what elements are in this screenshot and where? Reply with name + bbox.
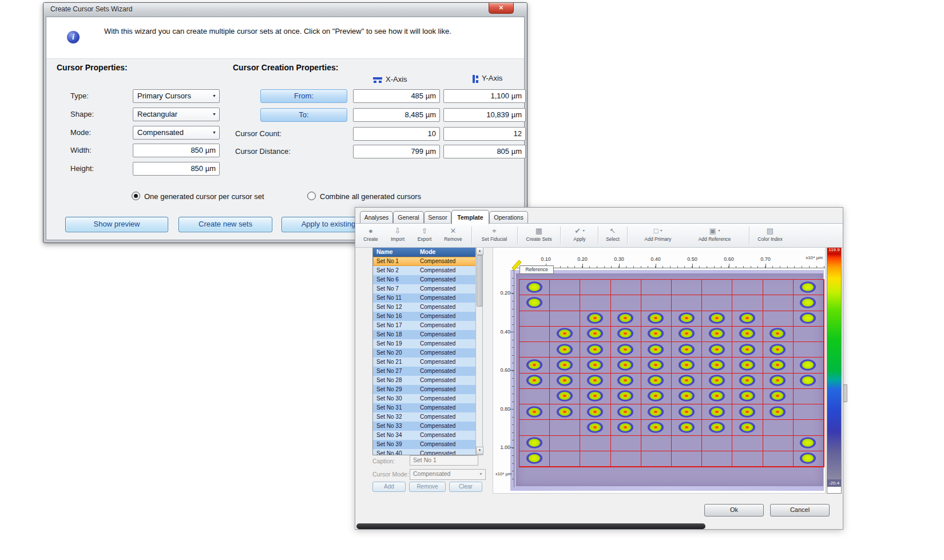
tab-template[interactable]: Template xyxy=(451,210,489,224)
add-button[interactable]: Add xyxy=(372,482,406,492)
y-tick-label: 1.00 xyxy=(494,444,510,450)
tab-operations[interactable]: Operations xyxy=(489,211,528,224)
toolbar-add-primary-button[interactable]: □ ▾Add Primary xyxy=(640,225,676,242)
scrollbar-thumb[interactable] xyxy=(477,255,483,307)
x-minor-tick xyxy=(736,266,736,268)
cursor-dot xyxy=(738,327,756,340)
cancel-button[interactable]: Cancel xyxy=(770,504,830,517)
column-header-mode[interactable]: Mode xyxy=(417,247,473,257)
toolbar-set-fiducial-button[interactable]: ⌖Set Fiducial xyxy=(477,225,511,242)
table-row[interactable]: Set No 12Compensated xyxy=(373,303,476,312)
from-button[interactable]: From: xyxy=(260,89,347,103)
table-row[interactable]: Set No 7Compensated xyxy=(373,284,476,293)
cursor-distance-x-input[interactable]: 799 µm xyxy=(353,145,440,158)
table-row[interactable]: Set No 34Compensated xyxy=(373,431,476,440)
table-row[interactable]: Set No 20Compensated xyxy=(373,348,476,358)
caption-input[interactable]: Set No 1 xyxy=(410,455,478,466)
table-row[interactable]: Set No 27Compensated xyxy=(373,367,476,376)
toolbar-import-button[interactable]: ⇩Import xyxy=(385,225,410,242)
toolbar-apply-button[interactable]: ✔ ▾Apply xyxy=(566,225,593,242)
to-button[interactable]: To: xyxy=(260,108,347,122)
column-header-name[interactable]: Name xyxy=(373,247,417,257)
field-value: 485 µm xyxy=(411,90,436,102)
table-row[interactable]: Set No 2Compensated xyxy=(373,266,476,275)
table-row[interactable]: Set No 39Compensated xyxy=(373,440,476,449)
radio-one-generated-cursor-per-cursor-set[interactable]: One generated cursor per cursor set xyxy=(132,192,264,201)
toolbar-create-sets-button[interactable]: ▦Create Sets xyxy=(522,225,556,242)
height-input[interactable]: 850 µm xyxy=(133,162,220,176)
cursor-dot xyxy=(556,327,574,340)
toolbar-create-button[interactable]: ●Create xyxy=(358,225,383,242)
cursor-dot xyxy=(738,421,756,434)
cursor-dot xyxy=(677,343,696,356)
toolbar-label: Apply xyxy=(566,236,593,242)
y-minor-tick xyxy=(512,479,514,479)
close-button[interactable]: ✕ xyxy=(489,3,514,14)
ok-button[interactable]: Ok xyxy=(704,504,764,517)
set-name-cell: Set No 27 xyxy=(373,367,417,376)
radio-combine-all-generated-cursors[interactable]: Combine all generated cursors xyxy=(307,192,421,201)
color-index-icon: ▤ xyxy=(753,225,787,236)
tab-analyses[interactable]: Analyses xyxy=(360,211,393,224)
toolbar-color-index-button[interactable]: ▤Color Index xyxy=(753,225,787,242)
table-row[interactable]: Set No 18Compensated xyxy=(373,330,476,339)
table-row[interactable]: Set No 29Compensated xyxy=(373,385,476,394)
set-table-scrollbar[interactable]: ▲ ▼ xyxy=(475,247,483,455)
create-new-sets-button[interactable]: Create new sets xyxy=(179,217,272,232)
toolbar-export-button[interactable]: ⇧Export xyxy=(412,225,437,242)
table-row[interactable]: Set No 40Compensated xyxy=(373,449,476,455)
mode-dropdown[interactable]: Compensated▼ xyxy=(133,126,220,140)
table-row[interactable]: Set No 17Compensated xyxy=(373,321,476,330)
table-row[interactable]: Set No 21Compensated xyxy=(373,358,476,367)
cursor-dot xyxy=(616,343,634,356)
set-mode-cell: Compensated xyxy=(417,376,473,385)
toolbar-select-button[interactable]: ↖Select xyxy=(601,225,624,242)
toolbar-add-reference-button[interactable]: ▣ ▾Add Reference xyxy=(694,225,735,242)
from-x-input[interactable]: 485 µm xyxy=(353,89,440,103)
table-row[interactable]: Set No 1Compensated xyxy=(373,257,476,266)
export-icon: ⇧ xyxy=(412,225,437,236)
toolbar-remove-button[interactable]: ✕Remove xyxy=(439,225,467,242)
wizard-titlebar[interactable]: Create Cursor Sets Wizard ✕ xyxy=(43,3,527,17)
tab-sensor[interactable]: Sensor xyxy=(424,211,451,224)
set-mode-cell: Compensated xyxy=(417,385,473,394)
table-row[interactable]: Set No 16Compensated xyxy=(373,312,476,321)
table-row[interactable]: Set No 30Compensated xyxy=(373,394,476,403)
table-row[interactable]: Set No 6Compensated xyxy=(373,275,476,284)
cursor-mode-select[interactable]: Compensated ▼ xyxy=(410,469,486,480)
to-x-input[interactable]: 8,485 µm xyxy=(353,108,440,122)
table-row[interactable]: Set No 28Compensated xyxy=(373,376,476,385)
cursor-dot xyxy=(556,374,574,387)
show-preview-button[interactable]: Show preview xyxy=(65,217,168,232)
chevron-down-icon: ▼ xyxy=(479,470,483,478)
type-dropdown[interactable]: Primary Cursors▼ xyxy=(133,89,220,103)
set-mode-cell: Compensated xyxy=(417,257,473,266)
table-row[interactable]: Set No 11Compensated xyxy=(373,293,476,303)
clear-button[interactable]: Clear xyxy=(449,482,482,492)
cursor-dot xyxy=(799,281,817,293)
scroll-down-icon[interactable]: ▼ xyxy=(476,447,483,455)
toolbar-label: Export xyxy=(412,236,437,242)
cursor-count-x-input[interactable]: 10 xyxy=(353,127,440,141)
create-sets-icon: ▦ xyxy=(522,225,556,236)
x-minor-tick xyxy=(772,266,773,268)
scroll-up-icon[interactable]: ▲ xyxy=(476,247,483,255)
toolbar-separator xyxy=(749,227,749,244)
cursor-count-y-input[interactable]: 12 xyxy=(443,127,526,141)
field-label-mode: Mode: xyxy=(70,128,91,137)
table-row[interactable]: Set No 33Compensated xyxy=(373,422,476,431)
shape-dropdown[interactable]: Rectangular▼ xyxy=(133,108,220,121)
remove-button[interactable]: Remove xyxy=(409,482,446,492)
radio-label: One generated cursor per cursor set xyxy=(144,192,264,201)
table-row[interactable]: Set No 31Compensated xyxy=(373,403,476,412)
cursor-dot xyxy=(738,312,756,324)
table-row[interactable]: Set No 19Compensated xyxy=(373,339,476,348)
width-input[interactable]: 850 µm xyxy=(133,144,220,157)
field-label-shape: Shape: xyxy=(70,110,94,118)
cursor-distance-y-input[interactable]: 805 µm xyxy=(443,145,526,158)
tab-general[interactable]: General xyxy=(393,211,424,224)
from-y-input[interactable]: 1,100 µm xyxy=(443,89,526,103)
table-row[interactable]: Set No 32Compensated xyxy=(373,412,476,422)
to-y-input[interactable]: 10,839 µm xyxy=(443,108,526,122)
field-value: 8,485 µm xyxy=(405,109,436,121)
